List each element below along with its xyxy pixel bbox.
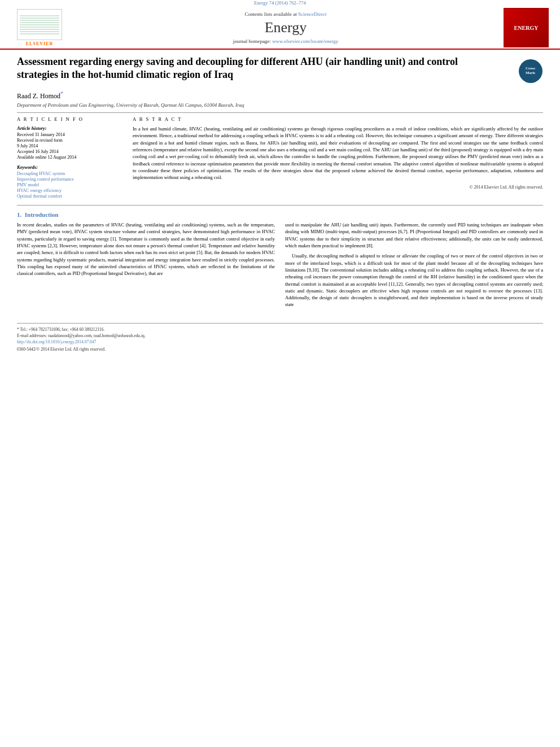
intro-para-3: Usually, the decoupling method is adopte… (285, 252, 543, 308)
intro-para-2: used to manipulate the AHU (air handling… (285, 221, 543, 249)
homepage-link[interactable]: www.elsevier.com/locate/energy (272, 38, 338, 44)
article-title: Assessment regarding energy saving and d… (17, 55, 480, 82)
body-col-left: In recent decades, studies on the parame… (17, 221, 275, 312)
doi-link-container: http://dx.doi.org/10.1016/j.energy.2014.… (17, 339, 543, 344)
journal-ref: Energy 74 (2014) 762–774 (0, 0, 560, 6)
elsevier-text: ELSEVIER (26, 41, 53, 46)
crossmark-badge: CrossMark (518, 58, 543, 84)
journal-title: Energy (72, 19, 499, 36)
article-history-label: Article history: (17, 125, 121, 131)
footer-copyright: 0360-5442/© 2014 Elsevier Ltd. All right… (17, 347, 543, 352)
kw2: Improving control performance (17, 177, 121, 182)
divider-2 (17, 205, 543, 206)
contents-link: Contents lists available at ScienceDirec… (72, 11, 499, 17)
keywords-label: Keywords: (17, 164, 121, 170)
copyright-line: © 2014 Elsevier Ltd. All rights reserved… (133, 185, 543, 190)
crossmark-circle: CrossMark (519, 59, 542, 83)
article-container: Assessment regarding energy saving and d… (0, 50, 560, 357)
kw1: Decoupling HVAC system (17, 171, 121, 176)
received-revised-label: Received in revised form (17, 138, 121, 143)
section-title-text: Introduction (25, 211, 59, 218)
elsevier-logo-image (17, 9, 62, 40)
contents-text: Contents lists available at (245, 11, 297, 17)
author-name-text: Raad Z. Homod (17, 92, 60, 100)
footer-section: * Tel.: +964 7821731696; fax: +964 60 38… (17, 323, 543, 352)
author-sup: * (60, 90, 63, 97)
article-title-section: Assessment regarding energy saving and d… (17, 55, 543, 87)
section-number: 1. (17, 211, 21, 218)
intro-section: 1. Introduction In recent decades, studi… (17, 211, 543, 312)
abstract-col: A B S T R A C T In a hot and humid clima… (133, 116, 543, 199)
author-affiliation: Department of Petroleum and Gas Engineer… (17, 102, 543, 108)
divider-1 (17, 112, 543, 113)
journal-center: Contents lists available at ScienceDirec… (68, 7, 504, 49)
section-title: 1. Introduction (17, 211, 543, 218)
article-info-col: A R T I C L E I N F O Article history: R… (17, 116, 121, 199)
author-name: Raad Z. Homod* (17, 90, 543, 101)
article-info-header: A R T I C L E I N F O (17, 116, 121, 122)
available-date: Available online 12 August 2014 (17, 155, 121, 160)
footnote-email: E-mail addresses: raadalunood@yahoo.com,… (17, 333, 543, 338)
intro-para-1: In recent decades, studies on the parame… (17, 221, 275, 277)
body-two-col: In recent decades, studies on the parame… (17, 221, 543, 312)
revised-date: 9 July 2014 (17, 143, 121, 148)
kw3: PMV model (17, 182, 121, 187)
kw5: Optimal thermal comfort (17, 194, 121, 199)
journal-homepage: journal homepage: www.elsevier.com/locat… (72, 38, 499, 44)
kw4: HVAC energy efficiency (17, 188, 121, 193)
abstract-text: In a hot and humid climate, HVAC (heatin… (133, 125, 543, 181)
journal-banner: ELSEVIER Contents lists available at Sci… (0, 7, 560, 50)
received-1: Received 31 January 2014 (17, 132, 121, 137)
accepted-date: Accepted 16 July 2014 (17, 149, 121, 154)
two-col-section: A R T I C L E I N F O Article history: R… (17, 116, 543, 199)
footnote-tel: * Tel.: +964 7821731696; fax: +964 60 38… (17, 327, 543, 332)
elsevier-logo: ELSEVIER (11, 9, 68, 46)
body-col-right: used to manipulate the AHU (air handling… (285, 221, 543, 312)
sciencedirect-link[interactable]: ScienceDirect (298, 11, 326, 17)
doi-link[interactable]: http://dx.doi.org/10.1016/j.energy.2014.… (17, 339, 96, 344)
energy-logo: ENERGY (504, 8, 549, 47)
abstract-header: A B S T R A C T (133, 116, 543, 122)
crossmark-label: CrossMark (526, 67, 535, 75)
